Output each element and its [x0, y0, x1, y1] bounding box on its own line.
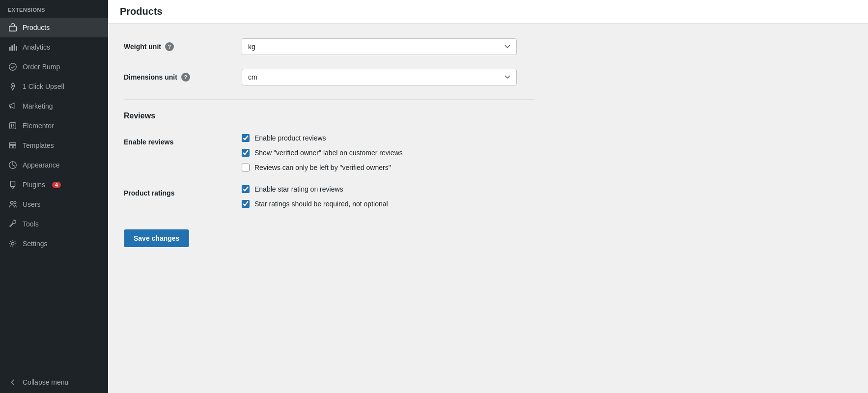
enable-star-rating-row[interactable]: Enable star rating on reviews	[242, 185, 534, 193]
sidebar-item-elementor[interactable]: Elementor	[0, 116, 108, 136]
enable-reviews-checkboxes: Enable product reviews Show "verified ow…	[242, 134, 534, 171]
sidebar-item-label-settings: Settings	[23, 240, 48, 248]
sidebar-item-users[interactable]: Users	[0, 195, 108, 214]
weight-unit-label: Weight unit	[124, 43, 161, 51]
weight-unit-label-col: Weight unit ?	[124, 38, 232, 51]
collapse-menu[interactable]: Collapse menu	[0, 371, 108, 393]
sidebar-item-label-templates: Templates	[23, 141, 54, 149]
dimensions-unit-row: Dimensions unit ? cm m mm in yd	[124, 69, 534, 85]
svg-point-5	[9, 63, 16, 70]
weight-unit-control: kg g lbs oz	[242, 38, 534, 55]
sidebar-item-one-click-upsell[interactable]: 1 Click Upsell	[0, 77, 108, 96]
show-verified-owner-label: Show "verified owner" label on customer …	[254, 149, 403, 157]
product-ratings-checkboxes: Enable star rating on reviews Star ratin…	[242, 185, 534, 208]
svg-rect-0	[9, 26, 16, 31]
tools-icon	[8, 219, 18, 229]
sidebar-item-settings[interactable]: Settings	[0, 234, 108, 253]
product-ratings-label: Product ratings	[124, 189, 174, 197]
enable-product-reviews-checkbox[interactable]	[242, 134, 250, 142]
svg-rect-4	[16, 46, 17, 51]
reviews-divider	[124, 99, 534, 100]
sidebar-item-marketing[interactable]: Marketing	[0, 96, 108, 116]
sidebar-item-label-tools: Tools	[23, 220, 39, 228]
sidebar-item-products[interactable]: Products	[0, 18, 108, 37]
sidebar-item-templates[interactable]: Templates	[0, 136, 108, 155]
sidebar-item-appearance[interactable]: Appearance	[0, 155, 108, 175]
rocket-icon	[8, 82, 18, 91]
svg-point-6	[12, 85, 14, 87]
settings-icon	[8, 239, 18, 249]
sidebar-item-label-one-click-upsell: 1 Click Upsell	[23, 83, 64, 90]
sidebar-item-order-bump[interactable]: Order Bump	[0, 57, 108, 77]
show-verified-owner-checkbox[interactable]	[242, 149, 250, 157]
chart-icon	[8, 42, 18, 52]
sidebar-item-analytics[interactable]: Analytics	[0, 37, 108, 57]
product-ratings-label-col: Product ratings	[124, 185, 232, 197]
sidebar-item-label-marketing: Marketing	[23, 102, 53, 110]
sidebar-item-label-appearance: Appearance	[23, 161, 60, 169]
dimensions-unit-label: Dimensions unit	[124, 73, 177, 81]
verified-owners-only-row[interactable]: Reviews can only be left by "verified ow…	[242, 164, 534, 171]
sidebar: Extensions Products Analytics Order Bump…	[0, 0, 108, 393]
megaphone-icon	[8, 101, 18, 111]
reviews-heading: Reviews	[124, 112, 534, 124]
plugins-badge: 4	[52, 182, 61, 188]
svg-rect-2	[11, 45, 13, 51]
content-area: Weight unit ? kg g lbs oz Dimensions uni…	[108, 24, 550, 262]
dimensions-unit-select[interactable]: cm m mm in yd	[242, 69, 517, 85]
weight-unit-help-icon[interactable]: ?	[165, 42, 174, 51]
svg-rect-3	[14, 44, 15, 51]
dimensions-unit-label-col: Dimensions unit ?	[124, 69, 232, 82]
sidebar-item-label-analytics: Analytics	[23, 43, 50, 51]
save-changes-button[interactable]: Save changes	[124, 229, 189, 247]
sidebar-item-plugins[interactable]: Plugins 4	[0, 175, 108, 195]
check-circle-icon	[8, 62, 18, 72]
sidebar-extensions-label: Extensions	[0, 0, 108, 18]
enable-star-rating-checkbox[interactable]	[242, 185, 250, 193]
sidebar-item-label-products: Products	[23, 24, 50, 31]
elementor-icon	[8, 121, 18, 131]
svg-point-14	[11, 242, 14, 245]
sidebar-item-label-elementor: Elementor	[23, 122, 54, 130]
sidebar-item-label-order-bump: Order Bump	[23, 63, 60, 71]
star-rating-required-row[interactable]: Star ratings should be required, not opt…	[242, 200, 534, 208]
svg-rect-11	[11, 181, 15, 187]
collapse-menu-label: Collapse menu	[23, 378, 68, 386]
star-rating-required-label: Star ratings should be required, not opt…	[254, 200, 388, 208]
enable-reviews-label-col: Enable reviews	[124, 134, 232, 146]
enable-product-reviews-label: Enable product reviews	[254, 134, 326, 142]
product-ratings-row: Product ratings Enable star rating on re…	[124, 185, 534, 208]
enable-reviews-label: Enable reviews	[124, 138, 173, 146]
main-content: Products Weight unit ? kg g lbs oz Dimen…	[108, 0, 868, 393]
show-verified-owner-row[interactable]: Show "verified owner" label on customer …	[242, 149, 534, 157]
sidebar-item-tools[interactable]: Tools	[0, 214, 108, 234]
appearance-icon	[8, 160, 18, 170]
dimensions-unit-help-icon[interactable]: ?	[181, 73, 190, 82]
enable-star-rating-label: Enable star rating on reviews	[254, 185, 343, 193]
verified-owners-only-label: Reviews can only be left by "verified ow…	[254, 164, 391, 171]
svg-point-13	[14, 201, 16, 204]
sidebar-item-label-users: Users	[23, 200, 41, 208]
page-title: Products	[120, 6, 856, 17]
verified-owners-only-checkbox[interactable]	[242, 164, 250, 171]
sidebar-item-label-plugins: Plugins	[23, 181, 45, 189]
weight-unit-row: Weight unit ? kg g lbs oz	[124, 38, 534, 55]
dimensions-unit-control: cm m mm in yd	[242, 69, 534, 85]
page-header: Products	[108, 0, 868, 24]
star-rating-required-checkbox[interactable]	[242, 200, 250, 208]
collapse-icon	[8, 377, 18, 387]
users-icon	[8, 199, 18, 209]
box-icon	[8, 23, 18, 32]
plugins-icon	[8, 180, 18, 190]
weight-unit-select[interactable]: kg g lbs oz	[242, 38, 517, 55]
enable-product-reviews-row[interactable]: Enable product reviews	[242, 134, 534, 142]
enable-reviews-row: Enable reviews Enable product reviews Sh…	[124, 134, 534, 171]
svg-rect-1	[9, 47, 11, 51]
templates-icon	[8, 140, 18, 150]
svg-point-12	[11, 201, 13, 204]
